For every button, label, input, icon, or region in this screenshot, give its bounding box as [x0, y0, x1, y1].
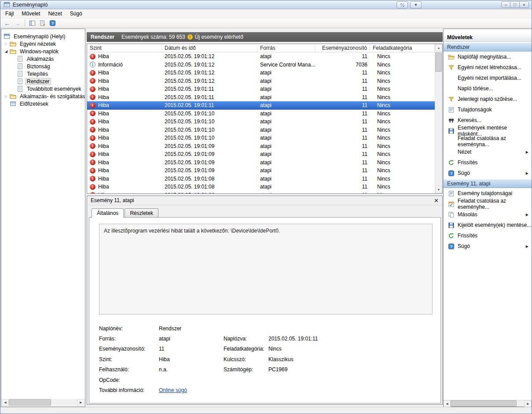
scroll-right-button[interactable]: ▶	[77, 399, 84, 406]
tree-item-windows-naplok[interactable]: ◢Windows-naplók	[1, 48, 85, 55]
event-row[interactable]: !Hiba2015.02.05. 19:01:10atapi11Nincs	[87, 110, 435, 118]
event-row[interactable]: !Hiba2015.02.05. 19:01:10atapi11Nincs	[87, 118, 435, 126]
event-row[interactable]: !Hiba2015.02.05. 19:01:08atapi11Nincs	[87, 191, 435, 194]
action-esemeny-tulajdonsagai[interactable]: Esemény tulajdonságai	[444, 188, 532, 199]
scrollbar-track[interactable]	[435, 52, 442, 186]
expand-expander-icon[interactable]: ▷	[3, 42, 9, 46]
column-header-datum-es-ido[interactable]: Dátum és idő	[162, 44, 257, 52]
scrollbar-track[interactable]	[451, 400, 525, 407]
action-masolas[interactable]: Másolás▶	[444, 209, 532, 220]
level-text: Hiba	[98, 184, 109, 190]
action-frissites[interactable]: Frissítés	[444, 230, 532, 241]
menu-sugo[interactable]: Súgó	[66, 9, 86, 18]
event-row[interactable]: !Hiba2015.02.05. 19:01:08atapi11Nincs	[87, 175, 435, 183]
scroll-up-button[interactable]: ▲	[435, 44, 442, 52]
event-id-cell: 11	[316, 184, 370, 190]
event-row[interactable]: !Hiba2015.02.05. 19:01:12atapi11Nincs	[87, 52, 435, 61]
titlebar[interactable]: Eseménynapló ▼ –□×	[0, 0, 532, 9]
tree-item-telepites[interactable]: Telepítés	[1, 70, 85, 78]
action-kereses[interactable]: Keresés...	[444, 115, 532, 126]
level-text: Hiba	[98, 167, 109, 174]
action-feladat-csatolasa-az-esemenyna[interactable]: Feladat csatolása az eseményna...	[444, 136, 532, 147]
action-naplofajl-megnyitasa[interactable]: Naplófájl megnyitása...	[444, 52, 532, 62]
scrollbar-thumb[interactable]	[451, 400, 517, 407]
action-kijelolt-esemeny-ek-mentese[interactable]: Kijelölt esemény(ek) mentése...	[444, 220, 532, 230]
menu-nezet[interactable]: Nézet	[44, 9, 66, 18]
show-console-tree-button[interactable]	[27, 19, 37, 28]
event-row[interactable]: iInformáció2015.02.05. 19:01:12Service C…	[87, 61, 435, 69]
action-frissites[interactable]: Frissítés	[444, 157, 532, 168]
scroll-right-button[interactable]: ▶	[525, 400, 532, 407]
event-row[interactable]: !Hiba2015.02.05. 19:01:09atapi11Nincs	[87, 159, 435, 167]
tree-item-alkalmazas-es-szolgaltatasn[interactable]: ▷Alkalmazás- és szolgáltatásn	[1, 92, 85, 100]
forward-button[interactable]: →	[12, 19, 22, 28]
column-header-forras[interactable]: Forrás	[257, 44, 316, 52]
tree-item-alkalmazas[interactable]: Alkalmazás	[1, 55, 85, 63]
tree-item-egyeni-nezetek[interactable]: ▷Egyéni nézetek	[1, 40, 85, 48]
event-row[interactable]: !Hiba2015.02.05. 19:01:10atapi11Nincs	[87, 134, 435, 142]
menu-muvelet[interactable]: Művelet	[18, 9, 44, 18]
close-button[interactable]: ×	[520, 1, 529, 8]
collapse-expander-icon[interactable]: ◢	[3, 49, 9, 53]
console-fullscreen-button[interactable]	[396, 1, 408, 8]
event-row[interactable]: !Hiba2015.02.05. 19:01:09atapi11Nincs	[87, 166, 435, 175]
help-button[interactable]: ?	[48, 19, 58, 28]
scrollbar-track[interactable]	[9, 399, 77, 406]
action-naplo-torlese[interactable]: Napló törlése...	[444, 83, 532, 94]
export-list-button[interactable]	[37, 19, 48, 28]
column-header-szint[interactable]: Szint	[87, 44, 162, 52]
scroll-left-button[interactable]: ◀	[2, 399, 9, 406]
event-row[interactable]: !Hiba2015.02.05. 19:01:08atapi11Nincs	[87, 183, 435, 191]
category-cell: Nincs	[370, 86, 435, 92]
events-vertical-scrollbar[interactable]: ▲ ▼	[435, 44, 442, 193]
tab-reszletek[interactable]: Részletek	[125, 208, 158, 218]
column-header-feladatkategoria[interactable]: Feladatkategória	[370, 44, 435, 52]
column-header-esemenyazonosito[interactable]: Eseményazonosító	[316, 44, 370, 52]
tab-altalanos[interactable]: Általános	[92, 208, 124, 218]
minimize-button[interactable]: –	[501, 1, 510, 8]
action-sugo[interactable]: ?Súgó▶	[444, 241, 532, 251]
event-row[interactable]: !Hiba2015.02.05. 19:01:12atapi11Nincs	[87, 69, 435, 77]
tree-item-esemenynaplo-helyi[interactable]: Eseménynapló (Helyi)	[1, 33, 85, 40]
event-row[interactable]: !Hiba2015.02.05. 19:01:09atapi11Nincs	[87, 142, 435, 151]
actions-horizontal-scrollbar[interactable]: ◀ ▶	[444, 400, 532, 407]
actions-section-esemeny-11-atapi[interactable]: Esemény 11, atapi	[444, 179, 532, 188]
close-detail-icon[interactable]: ✕	[434, 198, 439, 203]
date-cell: 2015.02.05. 19:01:11	[162, 94, 257, 100]
menu-fajl[interactable]: Fájl	[1, 9, 18, 18]
new-events-text: Új esemény elérhető	[195, 34, 243, 40]
console-menu-button[interactable]: ▼	[410, 1, 422, 8]
tree-item-rendszer[interactable]: Rendszer	[1, 78, 85, 85]
source-cell: atapi	[257, 94, 316, 100]
back-button[interactable]: ←	[2, 19, 12, 28]
tree-item-tovabbitott-esemenyek[interactable]: Továbbított események	[1, 85, 85, 92]
action-nezet[interactable]: Nézet▶	[444, 147, 532, 157]
tree-item-biztonsag[interactable]: Biztonság	[1, 63, 85, 70]
actions-section-rendszer[interactable]: Rendszer	[444, 43, 532, 52]
scroll-down-button[interactable]: ▼	[435, 186, 442, 193]
event-row[interactable]: !Hiba2015.02.05. 19:01:11atapi11Nincs	[87, 101, 435, 110]
action-feladat-csatolasa-az-esemenyhe[interactable]: Feladat csatolása az eseményhe...	[444, 199, 532, 209]
expand-expander-icon[interactable]: ▷	[3, 95, 9, 98]
scroll-left-button[interactable]: ◀	[444, 400, 451, 407]
event-row[interactable]: !Hiba2015.02.05. 19:01:10atapi11Nincs	[87, 126, 435, 134]
scrollbar-thumb[interactable]	[9, 399, 51, 406]
tree-item-label: Alkalmazás- és szolgáltatásn	[18, 93, 85, 100]
folder-icon	[9, 41, 16, 48]
event-row[interactable]: !Hiba2015.02.05. 19:01:09atapi11Nincs	[87, 150, 435, 159]
action-jelenlegi-naplo-szurese[interactable]: Jelenlegi napló szűrése...	[444, 94, 532, 104]
scrollbar-thumb[interactable]	[435, 52, 442, 72]
action-sugo[interactable]: ?Súgó▶	[444, 168, 532, 178]
action-egyeni-nezet-importalasa[interactable]: Egyéni nézet importálása...	[444, 73, 532, 83]
action-esemenyek-mentese-maskent[interactable]: Események mentése másként...	[444, 126, 532, 136]
tree-horizontal-scrollbar[interactable]: ◀ ▶	[2, 399, 84, 406]
event-id-cell: 11	[316, 86, 370, 92]
online-help-link[interactable]: Online súgó	[159, 387, 224, 393]
action-egyeni-nezet-letrehozasa[interactable]: Egyéni nézet létrehozása...	[444, 62, 532, 73]
event-row[interactable]: !Hiba2015.02.05. 19:01:11atapi11Nincs	[87, 93, 435, 102]
event-row[interactable]: !Hiba2015.02.05. 19:01:11atapi11Nincs	[87, 85, 435, 93]
tree-item-elofizetesek[interactable]: Előfizetések	[1, 100, 85, 107]
event-row[interactable]: !Hiba2015.02.05. 19:01:12atapi11Nincs	[87, 77, 435, 85]
action-tulajdonsagok[interactable]: Tulajdonságok	[444, 104, 532, 115]
maximize-button[interactable]: □	[510, 1, 520, 8]
